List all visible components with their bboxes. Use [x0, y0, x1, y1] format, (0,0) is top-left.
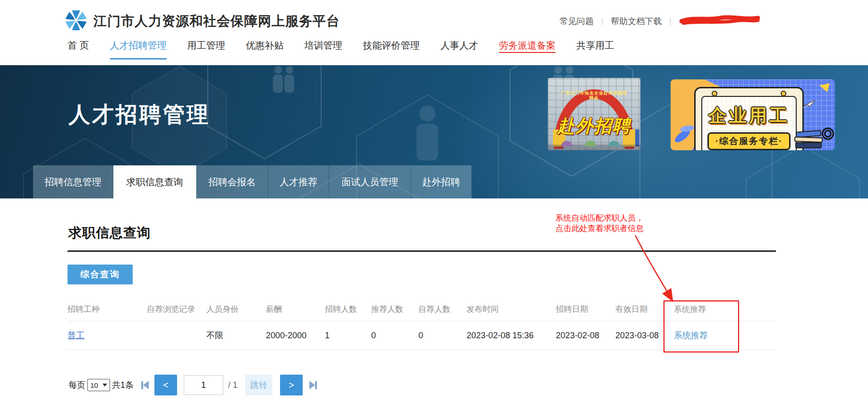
- cell-salary: 2000-2000: [266, 331, 325, 341]
- annotation-line2: 点击此处查看求职者信息: [555, 223, 644, 234]
- job-type-link[interactable]: 普工: [68, 331, 85, 340]
- col-header-valid-date: 有效日期: [615, 304, 674, 315]
- col-header-recruit-date: 招聘日期: [556, 304, 615, 315]
- promo-recruit-abroad-label: 赴外招聘: [548, 114, 640, 138]
- table-header-row: 招聘工种 自荐浏览记录 人员身份 薪酬 招聘人数 推荐人数 自荐人数 发布时间 …: [68, 298, 776, 321]
- target-icon: [822, 128, 834, 140]
- nav-item-training[interactable]: 培训管理: [305, 39, 342, 55]
- first-page-button[interactable]: [141, 381, 149, 389]
- page-number-input[interactable]: [184, 375, 223, 395]
- red-annotation-note: 系统自动匹配求职人员， 点击此处查看求职者信息: [555, 213, 644, 234]
- cell-recommend-count: 0: [371, 331, 418, 341]
- nav-item-hr-talent[interactable]: 人事人才: [441, 39, 478, 55]
- jump-button[interactable]: 跳转: [245, 375, 272, 395]
- promo-enterprise-banner[interactable]: 企业用工 ·综合服务专栏·: [671, 79, 835, 150]
- nav-item-employment[interactable]: 用工管理: [187, 39, 225, 55]
- cell-recruit-count: 1: [325, 331, 371, 341]
- corner-triangle-graphic: [819, 79, 833, 92]
- sub-tab-bar: 招聘信息管理 求职信息查询 招聘会报名 人才推荐 面试人员管理 赴外招聘: [33, 165, 472, 198]
- per-page-value: 10: [90, 381, 98, 389]
- paper-plane-icon: [797, 99, 816, 113]
- hero-banner: 人才招聘管理 广东江门市知名企业赴外校园招聘会 赴外招聘 企业用工: [0, 65, 868, 198]
- arch-caption: 广东江门市知名企业赴外校园招聘会: [559, 91, 629, 100]
- cell-recruit-date: 2023-02-08: [556, 331, 615, 341]
- cell-self-recommend-count: 0: [418, 331, 467, 341]
- col-header-job-type: 招聘工种: [68, 304, 147, 315]
- tab-interviewee-manage[interactable]: 面试人员管理: [329, 165, 411, 198]
- chevron-down-icon: [102, 384, 107, 386]
- books-graphic: [794, 131, 823, 148]
- person-silhouettes: [273, 66, 574, 93]
- nav-item-labor-dispatch[interactable]: 劳务派遣备案: [499, 39, 556, 55]
- top-header: 江门市人力资源和社会保障网上服务平台 常见问题 | 帮助文档下载 | 首 页 人…: [0, 0, 868, 65]
- total-pages-label: / 1: [228, 380, 238, 390]
- annotation-line1: 系统自动匹配求职人员，: [555, 213, 644, 223]
- tab-recruit-info-manage[interactable]: 招聘信息管理: [33, 165, 113, 198]
- page: 江门市人力资源和社会保障网上服务平台 常见问题 | 帮助文档下载 | 首 页 人…: [0, 0, 868, 420]
- col-header-recruit-count: 招聘人数: [325, 304, 371, 315]
- col-header-system-recommend: 系统推荐: [674, 304, 746, 315]
- col-header-publish-time: 发布时间: [467, 304, 556, 315]
- red-arrow: [630, 232, 680, 306]
- brand: 江门市人力资源和社会保障网上服务平台: [65, 9, 340, 33]
- col-header-browse-record: 自荐浏览记录: [147, 304, 206, 315]
- col-header-recommend-count: 推荐人数: [371, 304, 418, 315]
- nav-item-shared-employment[interactable]: 共享用工: [577, 39, 614, 55]
- col-header-self-recommend-count: 自荐人数: [418, 304, 467, 315]
- col-header-identity: 人员身份: [206, 304, 266, 315]
- tab-jobseeker-info-query[interactable]: 求职信息查询: [113, 165, 196, 198]
- next-page-button[interactable]: >: [280, 375, 303, 395]
- nav-item-talent-recruitment[interactable]: 人才招聘管理: [110, 39, 167, 55]
- nav-item-home[interactable]: 首 页: [68, 39, 89, 55]
- quick-links: 常见问题 | 帮助文档下载 |: [560, 14, 761, 28]
- nav-item-subsidy[interactable]: 优惠补贴: [246, 39, 284, 55]
- comprehensive-query-button[interactable]: 综合查询: [68, 265, 133, 284]
- help-download-link[interactable]: 帮助文档下载: [611, 16, 662, 27]
- promo-enterprise-subtitle: ·综合服务专栏·: [707, 132, 791, 150]
- page-title: 求职信息查询: [68, 224, 151, 242]
- last-page-button[interactable]: [309, 381, 317, 389]
- cell-identity: 不限: [206, 330, 266, 341]
- pagination-bar: 每页 10 共1条 < / 1 跳转 >: [68, 374, 317, 396]
- per-page-label: 每页: [68, 379, 85, 391]
- site-title: 江门市人力资源和社会保障网上服务平台: [94, 12, 340, 30]
- faq-link[interactable]: 常见问题: [560, 16, 594, 27]
- main-nav: 首 页 人才招聘管理 用工管理 优惠补贴 培训管理 技能评价管理 人事人才 劳务…: [68, 39, 614, 55]
- tab-recruit-abroad[interactable]: 赴外招聘: [411, 165, 472, 198]
- promo-recruit-abroad-banner[interactable]: 广东江门市知名企业赴外校园招聘会 赴外招聘: [548, 78, 640, 150]
- nav-item-skill-evaluation[interactable]: 技能评价管理: [363, 39, 420, 55]
- tab-job-fair-signup[interactable]: 招聘会报名: [196, 165, 268, 198]
- cell-publish-time: 2023-02-08 15:36: [467, 331, 556, 341]
- per-page-select[interactable]: 10: [87, 379, 110, 391]
- cell-valid-date: 2023-03-08: [615, 331, 674, 341]
- banner-title: 人才招聘管理: [68, 100, 210, 129]
- promo-enterprise-title: 企业用工: [702, 103, 796, 128]
- divider: |: [669, 17, 671, 26]
- signboard-inner: 企业用工 ·综合服务专栏·: [701, 96, 797, 150]
- tab-talent-recommend[interactable]: 人才推荐: [268, 165, 329, 198]
- col-header-salary: 薪酬: [266, 304, 325, 315]
- redaction-scribble: [679, 14, 761, 28]
- content-area: 求职信息查询 系统自动匹配求职人员， 点击此处查看求职者信息 综合查询 招聘工种…: [0, 198, 868, 420]
- system-recommend-link[interactable]: 系统推荐: [674, 331, 708, 340]
- table-row: 普工 不限 2000-2000 1 0 0 2023-02-08 15:36 2…: [68, 321, 776, 350]
- signboard: 企业用工 ·综合服务专栏·: [694, 87, 804, 150]
- jobseeker-table: 招聘工种 自荐浏览记录 人员身份 薪酬 招聘人数 推荐人数 自荐人数 发布时间 …: [68, 298, 776, 350]
- site-logo-icon: [65, 9, 87, 33]
- total-count-label: 共1条: [112, 379, 134, 391]
- prev-page-button[interactable]: <: [154, 375, 177, 395]
- divider: |: [601, 17, 603, 26]
- heading-rule: [68, 250, 776, 252]
